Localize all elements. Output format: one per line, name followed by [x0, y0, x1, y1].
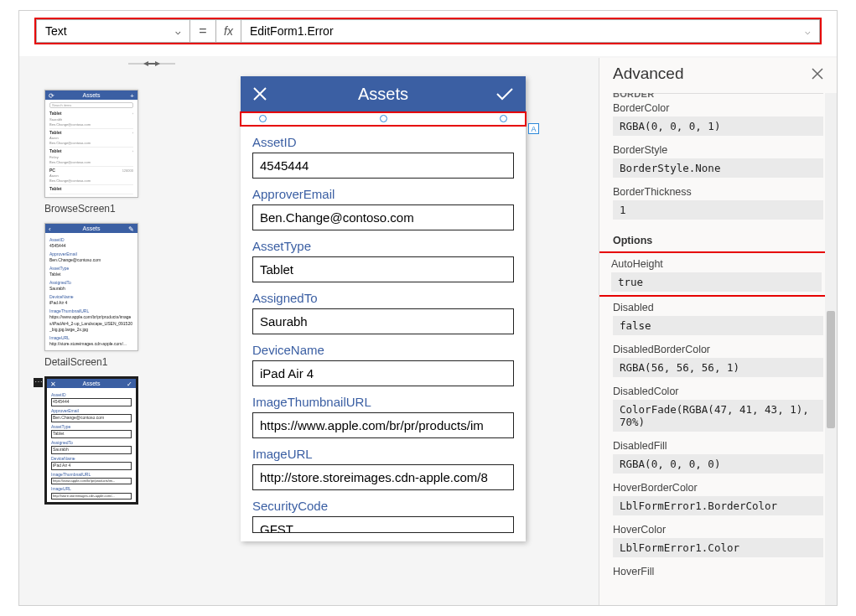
drag-handle-icon[interactable] [128, 60, 175, 68]
svg-marker-2 [143, 61, 148, 66]
close-icon[interactable] [812, 68, 823, 80]
field-label: ImageURL [252, 447, 514, 461]
thumb-label: DetailScreen1 [44, 356, 138, 368]
app-frame: Text ⌵ = fx EditForm1.Error ⌵ ⟳Assets+ S… [18, 10, 838, 606]
phone-preview[interactable]: Assets A AssetID4545444 ApproverEmailBen… [241, 76, 526, 541]
scrollbar[interactable] [825, 93, 837, 605]
screen-thumbnails: ⟳Assets+ Search items TabletSaurabhBen.C… [44, 90, 138, 505]
thumb-browse[interactable]: ⟳Assets+ Search items TabletSaurabhBen.C… [44, 90, 138, 215]
advanced-panel: Advanced Border BorderColorRGBA(0, 0, 0,… [599, 58, 837, 605]
fx-icon[interactable]: fx [215, 19, 241, 43]
field-input[interactable]: iPad Air 4 [252, 360, 514, 386]
chevron-down-icon[interactable]: ⌵ [805, 26, 811, 37]
field-label: ApproverEmail [252, 187, 514, 201]
form-field: AssetID4545444 [252, 135, 514, 179]
prop-disabled[interactable]: Disabledfalse [599, 297, 837, 339]
form-field: AssignedToSaurabh [252, 291, 514, 334]
check-icon[interactable] [495, 86, 514, 101]
prop-hoverbordercolor[interactable]: HoverBorderColorLblFormError1.BorderColo… [599, 477, 837, 519]
formula-text: EditForm1.Error [250, 24, 334, 38]
chevron-down-icon: ⌵ [175, 26, 181, 37]
refresh-icon: ⟳ [49, 92, 54, 100]
resize-handle[interactable] [500, 115, 507, 122]
thumb-edit-selected[interactable]: ⋯ ✕Assets✓ AssetID4545444 ApproverEmailB… [44, 376, 138, 505]
close-icon[interactable] [252, 86, 267, 101]
advanced-title: Advanced [613, 65, 684, 83]
formula-bar: Text ⌵ = fx EditForm1.Error ⌵ [34, 18, 822, 44]
field-input[interactable]: Saurabh [252, 308, 514, 334]
search-mini: Search items [49, 102, 133, 108]
field-label: SecurityCode [252, 499, 514, 513]
field-label: AssignedTo [252, 291, 514, 305]
formula-input[interactable]: EditForm1.Error ⌵ [241, 19, 820, 43]
advanced-header: Advanced [599, 58, 837, 90]
selected-error-label[interactable]: A [241, 111, 526, 127]
field-input[interactable]: https://www.apple.com/br/pr/products/im [252, 412, 514, 438]
scroll-thumb[interactable] [827, 311, 835, 428]
prop-disabledcolor[interactable]: DisabledColorColorFade(RGBA(47, 41, 43, … [599, 380, 837, 435]
property-name: Text [45, 24, 67, 38]
field-input[interactable]: http://store.storeimages.cdn-apple.com/8 [252, 464, 514, 490]
prop-disabledbordercolor[interactable]: DisabledBorderColorRGBA(56, 56, 56, 1) [599, 339, 837, 380]
svg-marker-3 [155, 61, 160, 66]
phone-title: Assets [358, 85, 408, 104]
field-label: AssetType [252, 239, 514, 253]
equals-symbol: = [190, 19, 215, 43]
text-type-badge: A [528, 123, 539, 134]
phone-form-body: AssetID4545444 ApproverEmailBen.Change@c… [241, 135, 526, 541]
phone-header: Assets [241, 76, 526, 111]
field-input[interactable]: Tablet [252, 256, 514, 282]
ellipsis-icon[interactable]: ⋯ [34, 378, 43, 387]
edit-icon: ✎ [128, 225, 134, 233]
resize-handle[interactable] [380, 115, 387, 122]
options-header: Options [599, 223, 837, 251]
form-field: SecurityCodeGFST [252, 499, 514, 533]
thumb-label: BrowseScreen1 [44, 203, 138, 215]
form-field: DeviceNameiPad Air 4 [252, 343, 514, 386]
check-icon: ✓ [127, 380, 132, 388]
canvas-area: ⟳Assets+ Search items TabletSaurabhBen.C… [19, 56, 837, 605]
field-label: AssetID [252, 135, 514, 149]
prop-autoheight[interactable]: AutoHeight true [599, 251, 835, 297]
form-field: ApproverEmailBen.Change@contoso.com [252, 187, 514, 230]
resize-handle[interactable] [259, 115, 267, 122]
prop-bordercolor[interactable]: BorderColorRGBA(0, 0, 0, 1) [599, 97, 837, 139]
thumb-detail[interactable]: ‹Assets✎ AssetID4545444 ApproverEmailBen… [44, 223, 138, 368]
plus-icon: + [130, 92, 134, 100]
prop-disabledfill[interactable]: DisabledFillRGBA(0, 0, 0, 0) [599, 435, 837, 477]
prop-borderstyle[interactable]: BorderStyleBorderStyle.None [599, 139, 837, 181]
form-field: AssetTypeTablet [252, 239, 514, 282]
back-icon: ‹ [49, 225, 51, 233]
prop-hoverfill[interactable]: HoverFill [599, 561, 837, 583]
form-field: ImageThumbnailURLhttps://www.apple.com/b… [252, 395, 514, 438]
close-icon: ✕ [50, 380, 56, 388]
field-input[interactable]: 4545444 [252, 153, 514, 179]
property-selector[interactable]: Text ⌵ [36, 19, 190, 43]
field-label: DeviceName [252, 343, 514, 357]
form-field: ImageURLhttp://store.storeimages.cdn-app… [252, 447, 514, 490]
prop-hovercolor[interactable]: HoverColorLblFormError1.Color [599, 519, 837, 561]
field-input[interactable]: GFST [252, 516, 514, 533]
advanced-scroll[interactable]: Border BorderColorRGBA(0, 0, 0, 1) Borde… [599, 93, 837, 605]
prop-borderthickness[interactable]: BorderThickness1 [599, 181, 837, 223]
field-label: ImageThumbnailURL [252, 395, 514, 409]
field-input[interactable]: Ben.Change@contoso.com [252, 204, 514, 230]
